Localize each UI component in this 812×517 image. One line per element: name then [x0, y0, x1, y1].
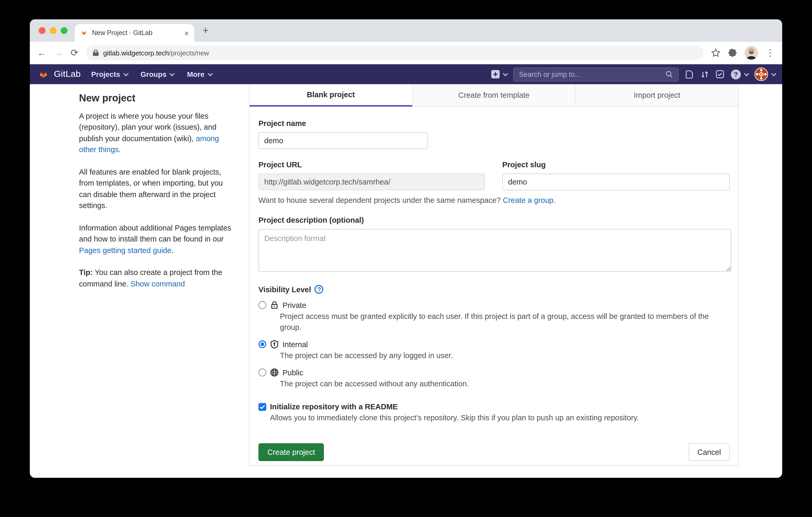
address-bar[interactable]: gitlab.widgetcorp.tech/projects/new: [86, 45, 704, 60]
chevron-down-icon: [170, 71, 175, 76]
visibility-option-internal: Internal The project can be accessed by …: [258, 340, 730, 361]
create-group-link[interactable]: Create a group.: [503, 196, 556, 204]
plus-icon: [491, 69, 500, 79]
url-text: gitlab.widgetcorp.tech/projects/new: [103, 49, 209, 57]
gitlab-brand[interactable]: GitLab: [54, 69, 81, 80]
bookmark-star-icon[interactable]: [711, 48, 720, 58]
create-project-button[interactable]: Create project: [258, 443, 324, 461]
globe-icon: [270, 368, 279, 377]
public-label: Public: [283, 368, 303, 377]
project-name-label: Project name: [258, 119, 730, 127]
project-name-input[interactable]: [258, 132, 428, 149]
readme-checkbox[interactable]: [258, 403, 266, 410]
chevron-down-icon: [771, 71, 776, 76]
lock-icon: [93, 49, 99, 57]
user-menu[interactable]: [754, 67, 775, 81]
forward-icon[interactable]: →: [54, 48, 63, 58]
readme-option: Initialize repository with a README Allo…: [258, 402, 730, 423]
sidebar-tip: Tip: You can also create a project from …: [79, 267, 232, 290]
search-input[interactable]: [519, 70, 666, 78]
visibility-option-private: Private Project access must be granted e…: [258, 301, 730, 333]
window-controls: [39, 27, 67, 34]
user-avatar: [754, 67, 768, 81]
extensions-puzzle-icon[interactable]: [728, 48, 737, 58]
cancel-button[interactable]: Cancel: [689, 443, 730, 461]
lock-icon: [270, 301, 279, 309]
public-option-row[interactable]: Public: [258, 368, 730, 377]
project-slug-label: Project slug: [502, 160, 730, 169]
form-actions: Create project Cancel: [258, 443, 730, 461]
show-command-link[interactable]: Show command: [130, 279, 185, 288]
url-path: /projects/new: [169, 49, 209, 57]
project-description-label: Project description (optional): [258, 216, 730, 224]
minimize-window-button[interactable]: [50, 27, 57, 34]
sidebar-paragraph: A project is where you house your files …: [79, 111, 232, 155]
zoom-window-button[interactable]: [61, 27, 67, 34]
toolbar-actions: ⋮: [711, 46, 775, 60]
tab-blank-project[interactable]: Blank project: [250, 84, 412, 107]
gitlab-logo-icon[interactable]: [37, 68, 50, 80]
browser-tab-strip: New Project · GitLab × +: [30, 19, 782, 42]
namespace-hint: Want to house several dependent projects…: [258, 196, 730, 204]
visibility-level-label: Visibility Level: [258, 285, 311, 294]
project-type-tabs: Blank project Create from template Impor…: [250, 84, 738, 107]
pages-guide-link[interactable]: Pages getting started guide: [79, 246, 171, 254]
tab-import-project[interactable]: Import project: [575, 84, 738, 107]
gitlab-navbar: GitLab Projects Groups More: [30, 64, 782, 84]
browser-tab[interactable]: New Project · GitLab ×: [75, 24, 194, 42]
nav-more[interactable]: More: [187, 70, 211, 79]
readme-row[interactable]: Initialize repository with a README: [258, 402, 730, 411]
internal-option-row[interactable]: Internal: [258, 340, 730, 349]
close-window-button[interactable]: [39, 27, 46, 34]
issues-icon[interactable]: [686, 70, 694, 79]
chevron-down-icon: [744, 71, 749, 76]
merge-request-icon[interactable]: [701, 70, 709, 79]
help-menu[interactable]: ?: [731, 69, 748, 79]
nav-groups[interactable]: Groups: [141, 70, 173, 79]
page-title: New project: [79, 93, 232, 104]
sidebar-help: New project A project is where you house…: [79, 93, 232, 301]
project-url-label: Project URL: [258, 160, 485, 169]
browser-profile-avatar[interactable]: [745, 46, 758, 60]
search-box[interactable]: [513, 67, 678, 81]
blank-project-form: Project name Project URL Project slug Wa…: [250, 107, 738, 465]
browser-window: New Project · GitLab × + ← → ⟳ gitlab.wi…: [30, 19, 782, 478]
url-slug-row: Project URL Project slug: [258, 160, 730, 190]
private-label: Private: [283, 301, 306, 309]
gitlab-navbar-right: ?: [491, 67, 775, 81]
shield-icon: [270, 340, 279, 349]
chevron-down-icon: [123, 71, 128, 76]
project-url-input[interactable]: [258, 174, 485, 190]
tab-title: New Project · GitLab: [92, 29, 180, 37]
readme-label: Initialize repository with a README: [270, 402, 398, 411]
project-slug-input[interactable]: [502, 174, 730, 190]
sidebar-paragraph: All features are enabled for blank proje…: [79, 166, 232, 211]
new-project-page: New project A project is where you house…: [30, 84, 782, 478]
project-description-textarea[interactable]: [258, 229, 731, 272]
readme-description: Allows you to immediately clone this pro…: [270, 413, 720, 423]
private-description: Project access must be granted explicitl…: [280, 311, 730, 333]
new-menu-button[interactable]: [491, 69, 506, 79]
private-option-row[interactable]: Private: [258, 301, 730, 309]
screenshot-stage: New Project · GitLab × + ← → ⟳ gitlab.wi…: [0, 0, 812, 517]
refresh-icon[interactable]: ⟳: [70, 48, 79, 58]
visibility-help-icon[interactable]: ?: [315, 285, 324, 294]
back-icon[interactable]: ←: [37, 48, 47, 58]
internal-description: The project can be accessed by any logge…: [280, 350, 730, 361]
browser-menu-icon[interactable]: ⋮: [765, 48, 775, 58]
private-radio[interactable]: [258, 301, 266, 309]
help-icon: ?: [731, 69, 741, 79]
gitlab-favicon-icon: [80, 29, 88, 37]
tab-create-from-template[interactable]: Create from template: [412, 84, 575, 107]
tab-close-icon[interactable]: ×: [184, 29, 189, 37]
gitlab-menu: Projects Groups More: [91, 70, 211, 79]
todo-icon[interactable]: [716, 70, 724, 79]
internal-radio[interactable]: [258, 340, 266, 348]
public-radio[interactable]: [258, 368, 266, 376]
search-icon: [666, 70, 673, 78]
visibility-option-public: Public The project can be accessed witho…: [258, 368, 730, 390]
internal-label: Internal: [283, 340, 308, 348]
chevron-down-icon: [207, 71, 213, 76]
nav-projects[interactable]: Projects: [91, 70, 127, 79]
new-tab-button[interactable]: +: [202, 25, 208, 35]
